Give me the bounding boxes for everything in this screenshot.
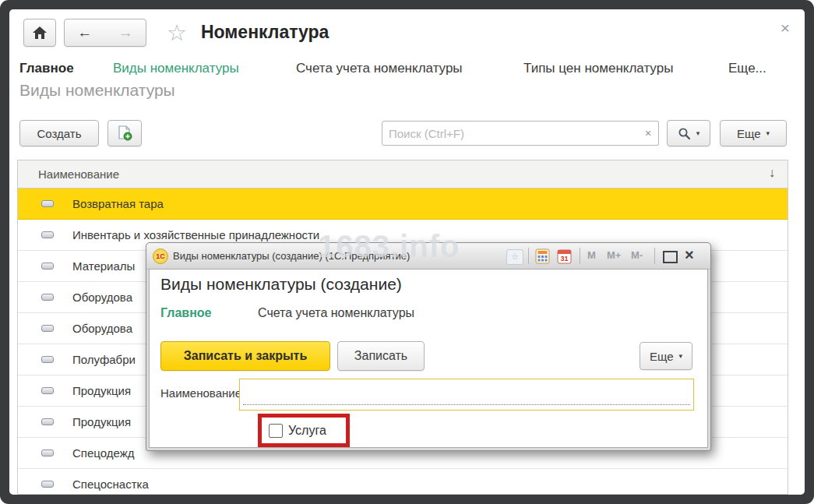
dialog-tab-glavnoe[interactable]: Главное [160,306,212,320]
app-window: ← → ☆ Номенклатура × Главное Виды номенк… [9,9,805,495]
create-button[interactable]: Создать [19,120,99,146]
history-nav-group: ← → [64,19,146,47]
item-icon [41,325,54,332]
titlebar-divider [654,248,655,264]
section-title: Виды номенклатуры [19,81,175,100]
tab-vidy-nomenklatury[interactable]: Виды номенклатуры [113,61,239,76]
search-options-button[interactable]: ▾ [667,120,710,146]
calculator-icon[interactable] [535,248,550,267]
forward-button[interactable]: → [105,24,146,41]
dialog-heading: Виды номенклатуры (создание) [160,275,402,294]
service-checkbox[interactable] [269,424,283,438]
dialog-maximize-button[interactable] [663,251,678,263]
name-field-wrap [239,379,694,411]
search-field-wrap [382,121,639,146]
memory-minus-button[interactable]: M- [631,249,643,261]
dropdown-arrow-icon: ▾ [696,129,700,137]
favorites-doc-icon[interactable]: ☆ [506,249,523,265]
table-row[interactable]: Спецоснастка [18,469,788,495]
tab-glavnoe[interactable]: Главное [19,61,74,76]
home-icon [32,26,48,40]
service-checkbox-highlight: Услуга [258,414,350,447]
tab-tipy-cen[interactable]: Типы цен номенклатуры [523,61,673,76]
input-dotted-line [243,404,690,405]
create-group-button[interactable] [107,120,142,146]
dialog-titlebar[interactable]: 1С Виды номенклатуры (создание) (1С:Пред… [146,243,710,270]
1c-logo-icon: 1С [153,248,168,264]
dialog-close-button[interactable]: × [685,246,694,264]
create-dialog: 1С Виды номенклатуры (создание) (1С:Пред… [146,242,711,451]
close-icon: × [781,19,790,37]
name-field-label: Наименование: [160,386,245,400]
dialog-title: Виды номенклатуры (создание) (1С:Предпри… [173,250,410,262]
new-group-icon [117,125,132,141]
save-button[interactable]: Записать [337,341,425,371]
tab-scheta-ucheta[interactable]: Счета учета номенклатуры [296,61,463,76]
list-more-button[interactable]: Еще ▾ [720,120,787,146]
dialog-tab-scheta-ucheta[interactable]: Счета учета номенклатуры [258,306,414,320]
service-checkbox-label: Услуга [288,424,326,438]
back-button[interactable]: ← [65,24,105,41]
dropdown-arrow-icon: ▾ [766,129,770,137]
dropdown-arrow-icon: ▾ [679,352,683,360]
item-icon [41,263,54,270]
titlebar-divider [528,248,529,264]
calendar-icon[interactable]: 31 [557,248,572,267]
back-icon: ← [77,24,92,41]
item-icon [41,294,54,301]
titlebar-divider [580,248,580,264]
favorite-star-icon[interactable]: ☆ [167,19,187,47]
forward-icon: → [118,24,133,41]
clear-icon: × [645,127,651,139]
memory-recall-button[interactable]: M [587,249,596,261]
memory-plus-button[interactable]: M+ [607,249,621,261]
close-icon: × [685,246,694,263]
table-row[interactable]: Возвратная тара [18,189,788,220]
window-close-button[interactable]: × [774,17,796,39]
search-icon [678,127,691,140]
item-icon [41,356,54,363]
dialog-more-button[interactable]: Еще ▾ [640,342,692,370]
item-icon [41,418,54,425]
page-title: Номенклатура [201,22,329,43]
item-icon [41,231,54,238]
item-icon [41,387,54,394]
name-input[interactable] [240,379,693,400]
save-and-close-button[interactable]: Записать и закрыть [160,341,330,371]
item-icon [41,449,54,456]
search-input[interactable] [382,122,638,145]
search-clear-button[interactable]: × [638,121,659,146]
tab-more[interactable]: Еще... [728,61,766,76]
sort-desc-icon: ↓ [769,166,775,180]
item-icon [41,481,54,488]
column-header-name[interactable]: Наименование ↓ [18,160,788,189]
item-icon [41,200,54,207]
svg-text:31: 31 [560,255,568,263]
screenshot-frame: ← → ☆ Номенклатура × Главное Виды номенк… [0,0,814,504]
home-button[interactable] [23,19,56,47]
